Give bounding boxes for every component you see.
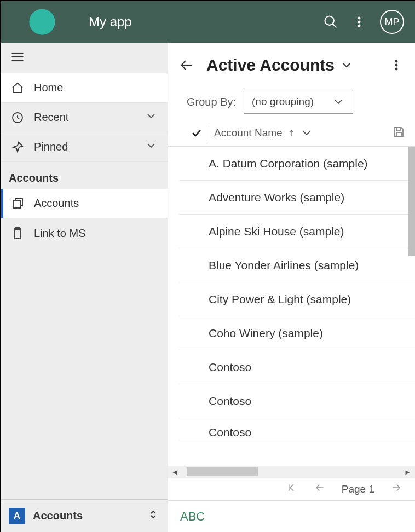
groupby-value: (no grouping) (252, 96, 314, 108)
scrollbar-thumb[interactable] (408, 147, 415, 256)
list-item-label: Coho Winery (sample) (209, 327, 323, 340)
hamburger-row (1, 43, 168, 73)
svg-point-0 (29, 9, 55, 34)
sidebar-item-link-to-ms[interactable]: Link to MS (1, 218, 168, 248)
main-header: Active Accounts (168, 43, 415, 88)
arrow-left-icon (179, 57, 194, 73)
back-button[interactable] (178, 56, 195, 74)
list-item[interactable]: Alpine Ski House (sample) (179, 215, 415, 248)
top-bar: My app MP (0, 0, 415, 43)
pager-next-button[interactable] (390, 482, 403, 496)
svg-line-2 (333, 24, 337, 28)
view-overflow-button[interactable] (388, 56, 405, 74)
svg-rect-17 (396, 132, 401, 136)
search-button[interactable] (323, 14, 338, 30)
list-item-label: Contoso (209, 361, 251, 374)
area-switcher[interactable]: A Accounts (1, 499, 168, 532)
svg-point-4 (358, 21, 360, 22)
column-header-account-name[interactable]: Account Name (208, 126, 313, 140)
sidebar-item-accounts[interactable]: Accounts (1, 189, 168, 218)
chevron-down-icon (332, 95, 345, 108)
clipboard-icon (11, 227, 24, 240)
pager-label: Page 1 (342, 483, 374, 495)
pager: Page 1 (168, 477, 415, 500)
app-title: My app (83, 14, 323, 30)
sidebar-item-label: Pinned (34, 141, 68, 153)
record-list: A. Datum Corporation (sample)Adventure W… (168, 147, 415, 466)
hamburger-icon (10, 49, 25, 65)
search-icon (323, 14, 338, 30)
hamburger-button[interactable] (10, 49, 25, 67)
list-item[interactable]: A. Datum Corporation (sample) (179, 147, 415, 181)
pager-first-button[interactable] (285, 482, 298, 496)
list-item[interactable]: City Power & Light (sample) (179, 282, 415, 316)
horizontal-scrollbar[interactable]: ◄ ► (168, 466, 415, 477)
home-icon (11, 82, 24, 95)
pager-prev-button[interactable] (313, 482, 326, 496)
pin-icon (11, 141, 24, 154)
main-content: Active Accounts Group By: (no grouping) … (168, 43, 415, 532)
sidebar-item-recent[interactable]: Recent (1, 103, 168, 132)
list-item-label: Adventure Works (sample) (209, 191, 344, 204)
svg-point-14 (396, 65, 397, 66)
svg-point-15 (396, 68, 397, 70)
chevron-down-icon (145, 139, 158, 155)
arrow-left-icon (314, 482, 325, 493)
select-all-checkbox[interactable] (186, 125, 208, 141)
kebab-icon (353, 15, 366, 28)
user-avatar[interactable]: MP (380, 10, 404, 34)
list-item-label: Contoso (209, 426, 251, 439)
sidebar-item-label: Accounts (34, 197, 79, 210)
list-item-label: Blue Yonder Airlines (sample) (209, 259, 359, 272)
sidebar-item-home[interactable]: Home (1, 73, 168, 103)
list-item[interactable]: Contoso (179, 418, 415, 440)
save-column-button[interactable] (392, 125, 410, 141)
jump-bar-label: ABC (180, 510, 205, 524)
list-item[interactable]: Blue Yonder Airlines (sample) (179, 248, 415, 282)
groupby-select[interactable]: (no grouping) (244, 90, 353, 114)
sidebar: Home Recent Pinned Accounts Accounts Lin… (1, 43, 168, 532)
scroll-right-icon: ► (404, 468, 412, 476)
chevron-down-icon (300, 126, 313, 140)
entity-icon (11, 197, 24, 210)
jump-bar[interactable]: ABC (168, 500, 415, 532)
scrollbar-thumb[interactable] (187, 467, 258, 476)
groupby-label: Group By: (187, 96, 236, 108)
list-item[interactable]: Adventure Works (sample) (179, 181, 415, 215)
logo-icon (27, 7, 57, 37)
view-selector[interactable]: Active Accounts (206, 56, 353, 74)
app-logo (1, 1, 83, 43)
svg-point-5 (358, 25, 360, 26)
list-item-label: Contoso (209, 395, 251, 408)
sidebar-item-label: Link to MS (34, 227, 85, 240)
topbar-actions: MP (323, 10, 410, 34)
groupby-row: Group By: (no grouping) (168, 88, 415, 120)
list-item[interactable]: Coho Winery (sample) (179, 316, 415, 350)
overflow-menu-button[interactable] (351, 14, 367, 30)
arrow-up-icon (287, 129, 296, 137)
clock-icon (11, 111, 24, 124)
scrollbar-track[interactable] (179, 467, 404, 476)
list-item-label: City Power & Light (sample) (209, 293, 351, 306)
check-icon (190, 126, 203, 140)
sidebar-section-label: Accounts (1, 162, 168, 189)
view-title-text: Active Accounts (206, 56, 335, 74)
column-header-label: Account Name (214, 127, 283, 139)
column-header-row: Account Name (168, 120, 415, 147)
vertical-scrollbar[interactable] (408, 147, 415, 466)
list-item[interactable]: Contoso (179, 350, 415, 384)
svg-rect-16 (396, 128, 400, 130)
svg-point-3 (358, 17, 360, 19)
kebab-icon (390, 59, 403, 72)
list-item[interactable]: Contoso (179, 384, 415, 418)
sidebar-item-label: Recent (34, 111, 68, 124)
avatar-initials: MP (385, 16, 400, 28)
arrow-right-icon (391, 482, 402, 493)
sidebar-item-pinned[interactable]: Pinned (1, 132, 168, 162)
list-item-label: Alpine Ski House (sample) (209, 225, 344, 238)
area-badge: A (9, 508, 25, 524)
scroll-left-icon: ◄ (171, 468, 179, 476)
chevron-down-icon (340, 59, 353, 72)
svg-rect-10 (13, 200, 21, 208)
svg-point-13 (396, 61, 397, 62)
